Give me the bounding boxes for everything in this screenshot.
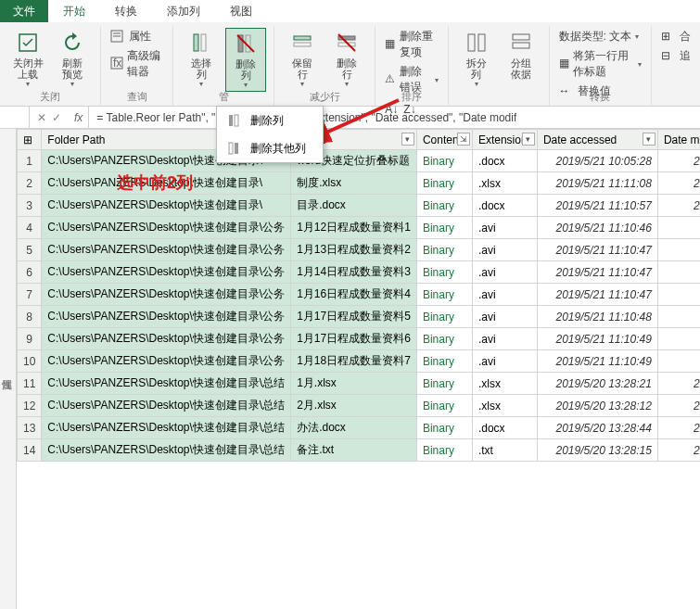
cell-name[interactable]: 1月14日程成数量资料3	[291, 261, 417, 284]
cell-extension[interactable]: .avi	[472, 217, 537, 239]
remove-duplicates-button[interactable]: ▦删除重复项	[383, 28, 439, 61]
filter-icon[interactable]: ▾	[401, 133, 414, 146]
cell-content[interactable]: Binary	[416, 239, 472, 261]
cell-name[interactable]: 目录.docx	[291, 195, 417, 217]
table-row[interactable]: 4C:\Users\PANZERS\Desktop\快速创建目录\公务1月12日…	[18, 217, 701, 239]
dropdown-remove-columns[interactable]: 删除列	[217, 107, 323, 134]
cell-content[interactable]: Binary	[416, 195, 472, 217]
table-row[interactable]: 3C:\Users\PANZERS\Desktop\快速创建目录\目录.docx…	[18, 195, 701, 217]
cell-content[interactable]: Binary	[416, 306, 472, 328]
row-number[interactable]: 5	[18, 239, 42, 261]
cell-content[interactable]: Binary	[416, 284, 472, 306]
group-by-button[interactable]: 分组 依据	[501, 28, 541, 82]
table-row[interactable]: 6C:\Users\PANZERS\Desktop\快速创建目录\公务1月14日…	[18, 261, 701, 284]
filter-icon[interactable]: ▾	[643, 133, 655, 146]
data-type-button[interactable]: 数据类型: 文本▾	[557, 28, 642, 45]
cell-modified[interactable]: 2	[657, 172, 700, 195]
row-number[interactable]: 8	[18, 306, 42, 328]
cell-modified[interactable]	[657, 284, 700, 306]
cell-name[interactable]: 1月12日程成数量资料1	[291, 217, 417, 239]
cell-extension[interactable]: .xlsx	[472, 172, 537, 195]
cell-content[interactable]: Binary	[416, 328, 472, 350]
cell-extension[interactable]: .avi	[472, 328, 537, 350]
fx-label[interactable]: fx	[69, 107, 89, 128]
table-row[interactable]: 8C:\Users\PANZERS\Desktop\快速创建目录\公务1月17日…	[18, 306, 701, 328]
cell-modified[interactable]	[657, 350, 700, 373]
cell-extension[interactable]: .docx	[472, 195, 537, 217]
dropdown-remove-other-columns[interactable]: 删除其他列	[217, 134, 323, 162]
close-upload-button[interactable]: 关闭并 上载 ▾	[7, 28, 48, 90]
cell-folder[interactable]: C:\Users\PANZERS\Desktop\快速创建目录\公务	[42, 284, 291, 306]
cell-extension[interactable]: .docx	[472, 417, 537, 439]
cell-name[interactable]: 办法.docx	[291, 417, 417, 439]
cell-extension[interactable]: .avi	[472, 306, 537, 328]
cell-folder[interactable]: C:\Users\PANZERS\Desktop\快速创建目录\公务	[42, 328, 291, 350]
cell-accessed[interactable]: 2019/5/21 10:05:28	[537, 150, 657, 172]
cell-modified[interactable]: 2	[657, 195, 700, 217]
cell-content[interactable]: Binary	[416, 395, 472, 417]
cell-content[interactable]: Binary	[416, 261, 472, 284]
row-number[interactable]: 9	[18, 328, 42, 350]
cell-content[interactable]: Binary	[416, 350, 472, 373]
tab-add-column[interactable]: 添加列	[152, 0, 215, 22]
cell-name[interactable]: 1月.xlsx	[291, 373, 417, 395]
table-row[interactable]: 11C:\Users\PANZERS\Desktop\快速创建目录\总结1月.x…	[18, 373, 701, 395]
row-number[interactable]: 12	[18, 395, 42, 417]
cell-folder[interactable]: C:\Users\PANZERS\Desktop\快速创建目录\总结	[42, 373, 291, 395]
cell-accessed[interactable]: 2019/5/21 11:10:47	[537, 284, 657, 306]
cell-modified[interactable]	[657, 261, 700, 284]
cell-accessed[interactable]: 2019/5/20 13:28:44	[537, 417, 657, 439]
cell-accessed[interactable]: 2019/5/21 11:10:47	[537, 239, 657, 261]
cancel-icon[interactable]: ✕	[37, 111, 46, 124]
cell-name[interactable]: 制度.xlsx	[291, 172, 417, 195]
cell-folder[interactable]: C:\Users\PANZERS\Desktop\快速创建目录\	[42, 172, 291, 195]
cell-accessed[interactable]: 2019/5/20 13:28:12	[537, 395, 657, 417]
cell-name[interactable]: 1月13日程成数量资料2	[291, 239, 417, 261]
cell-accessed[interactable]: 2019/5/21 11:10:57	[537, 195, 657, 217]
data-table-wrap[interactable]: ⊞ Folder Path▾ Name▾ Content⇲ Extension▾…	[17, 129, 700, 609]
cell-folder[interactable]: C:\Users\PANZERS\Desktop\快速创建目录\	[42, 195, 291, 217]
remove-rows-button[interactable]: 删除 行 ▾	[326, 28, 367, 90]
row-number[interactable]: 13	[18, 417, 42, 439]
cell-content[interactable]: Binary	[416, 217, 472, 239]
cell-modified[interactable]: 2	[657, 373, 700, 395]
col-extension[interactable]: Extension▾	[472, 130, 537, 150]
remove-columns-button[interactable]: 删除 列 ▾	[225, 28, 266, 92]
cell-accessed[interactable]: 2019/5/21 11:10:49	[537, 328, 657, 350]
cell-folder[interactable]: C:\Users\PANZERS\Desktop\快速创建目录\总结	[42, 417, 291, 439]
cell-name[interactable]: 1月17日程成数量资料5	[291, 306, 417, 328]
table-row[interactable]: 13C:\Users\PANZERS\Desktop\快速创建目录\总结办法.d…	[18, 417, 701, 439]
cell-modified[interactable]: 2	[657, 395, 700, 417]
cell-accessed[interactable]: 2019/5/21 11:10:48	[537, 306, 657, 328]
cell-extension[interactable]: .avi	[472, 350, 537, 373]
filter-icon[interactable]: ▾	[522, 133, 535, 146]
col-date-accessed[interactable]: Date accessed▾	[537, 130, 657, 150]
advanced-editor-button[interactable]: fx高级编辑器	[108, 47, 165, 81]
row-number[interactable]: 6	[18, 261, 42, 284]
split-column-button[interactable]: 拆分 列 ▾	[456, 28, 497, 90]
tab-convert[interactable]: 转换	[100, 0, 152, 22]
row-number[interactable]: 4	[18, 217, 42, 239]
cell-name[interactable]: 2月.xlsx	[291, 395, 417, 417]
cell-name[interactable]: 1月18日程成数量资料7	[291, 350, 417, 373]
first-row-header-button[interactable]: ▦将第一行用作标题▾	[557, 47, 643, 81]
formula-name-box[interactable]	[0, 107, 30, 128]
cell-accessed[interactable]: 2019/5/21 11:10:47	[537, 261, 657, 284]
cell-folder[interactable]: C:\Users\PANZERS\Desktop\快速创建目录\公务	[42, 350, 291, 373]
cell-extension[interactable]: .avi	[472, 261, 537, 284]
cell-content[interactable]: Binary	[416, 172, 472, 195]
cell-extension[interactable]: .avi	[472, 239, 537, 261]
row-number[interactable]: 11	[18, 373, 42, 395]
keep-rows-button[interactable]: 保留 行 ▾	[282, 28, 323, 90]
cell-accessed[interactable]: 2019/5/21 11:10:46	[537, 217, 657, 239]
cell-extension[interactable]: .avi	[472, 284, 537, 306]
row-number[interactable]: 1	[18, 150, 42, 172]
cell-content[interactable]: Binary	[416, 417, 472, 439]
cell-folder[interactable]: C:\Users\PANZERS\Desktop\快速创建目录\总结	[42, 395, 291, 417]
tab-home[interactable]: 开始	[48, 0, 100, 22]
cell-extension[interactable]: .xlsx	[472, 373, 537, 395]
cell-folder[interactable]: C:\Users\PANZERS\Desktop\快速创建目录\公务	[42, 239, 291, 261]
cell-accessed[interactable]: 2019/5/21 11:11:08	[537, 172, 657, 195]
col-date-modified[interactable]: Date m	[657, 130, 700, 150]
cell-modified[interactable]	[657, 239, 700, 261]
